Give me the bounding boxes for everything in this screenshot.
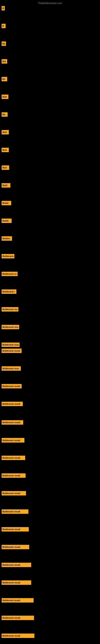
bar-label-27: Bottleneck result [2, 457, 20, 459]
bar-label-36: Bottleneck result [2, 617, 20, 619]
bar-label-17: Bottleneck result [2, 308, 18, 310]
bar-label-19: Bottleneck result [2, 344, 19, 346]
bar-label-29: Bottleneck result [2, 492, 20, 494]
bar-label-11: Bottle [2, 202, 9, 204]
bar-row-18: Bottleneck result [1, 325, 19, 329]
bar-label-37: Bottleneck result [2, 634, 20, 637]
bar-row-6: Bo [1, 112, 8, 117]
bar-label-34: Bottleneck result [2, 582, 20, 584]
bar-label-0: B [2, 7, 4, 10]
bar-label-33: Bottleneck result [2, 564, 20, 566]
bar-row-5: Bott [1, 94, 8, 99]
bar-label-9: Bott [2, 166, 7, 169]
bar-row-34: Bottleneck result [1, 580, 31, 585]
bar-row-12: Bottle [1, 218, 12, 223]
bar-label-2: Bo [2, 42, 5, 45]
bar-label-26: Bottleneck result [2, 439, 20, 442]
bar-row-32: Bottleneck result [1, 545, 29, 549]
bar-label-7: Bott [2, 131, 7, 134]
bar-row-10: Bottl [1, 183, 10, 188]
bar-label-6: Bo [2, 113, 5, 116]
bar-row-28: Bottleneck result [1, 473, 26, 478]
bar-row-16: Bottleneck r [1, 290, 16, 294]
bar-row-31: Bottleneck result [1, 527, 29, 532]
bar-row-36: Bottleneck result [1, 616, 34, 620]
bar-label-23: Bottleneck result [2, 403, 20, 405]
bar-row-26: Bottleneck result [1, 438, 24, 442]
bar-row-1: B [1, 24, 6, 28]
bar-label-30: Bottleneck result [2, 510, 20, 513]
bar-row-29: Bottleneck result [1, 491, 26, 496]
bar-row-15: Bottleneck resu [1, 272, 18, 276]
bar-row-23: Bottleneck result [1, 402, 23, 406]
bar-row-30: Bottleneck result [1, 509, 28, 514]
bar-row-17: Bottleneck result [1, 307, 18, 312]
bar-row-9: Bott [1, 166, 9, 170]
bar-label-5: Bott [2, 96, 7, 98]
bar-row-13: Bottlen [1, 236, 12, 241]
bar-row-14: Bottleneck [1, 254, 14, 258]
bar-label-28: Bottleneck result [2, 474, 20, 477]
bar-label-35: Bottleneck result [2, 599, 20, 602]
bar-label-8: Bott [2, 149, 7, 151]
bar-label-18: Bottleneck result [2, 326, 18, 328]
bar-label-14: Bottleneck [2, 255, 14, 258]
bar-label-16: Bottleneck r [2, 290, 15, 293]
bar-label-13: Bottlen [2, 237, 10, 240]
site-title: TheBottlenecker.com [0, 0, 100, 6]
bar-row-4: Bo [1, 77, 7, 81]
bar-row-35: Bottleneck result [1, 598, 34, 602]
bar-label-10: Bottl [2, 184, 7, 186]
bar-label-21: Bottleneck resu [2, 367, 19, 370]
bar-row-27: Bottleneck result [1, 456, 25, 460]
bar-label-22: Bottleneck result [2, 385, 20, 388]
bar-row-8: Bott [1, 148, 9, 152]
bar-label-24: Bottleneck result [2, 421, 20, 424]
bar-label-12: Bottle [2, 220, 9, 222]
bar-row-22: Bottleneck result [1, 384, 22, 388]
bar-label-3: Bot [2, 60, 6, 62]
bar-row-33: Bottleneck result [1, 563, 31, 567]
bar-row-3: Bot [1, 59, 7, 64]
bar-row-7: Bott [1, 130, 9, 134]
bar-row-0: B [1, 6, 5, 10]
bar-row-21: Bottleneck resu [1, 366, 21, 371]
bar-label-1: B [2, 25, 4, 27]
bar-row-19: Bottleneck result [1, 342, 20, 347]
bar-label-32: Bottleneck result [2, 546, 20, 548]
bar-row-20: Bottleneck result [1, 348, 22, 353]
bar-label-20: Bottleneck result [2, 350, 20, 352]
bar-label-31: Bottleneck result [2, 528, 20, 530]
bar-label-4: Bo [2, 78, 5, 80]
bar-label-15: Bottleneck resu [2, 273, 17, 275]
bar-row-2: Bo [1, 42, 6, 46]
bar-row-11: Bottle [1, 201, 11, 205]
bar-row-24: Bottleneck result [1, 420, 23, 425]
bar-row-37: Bottleneck result [1, 634, 34, 638]
